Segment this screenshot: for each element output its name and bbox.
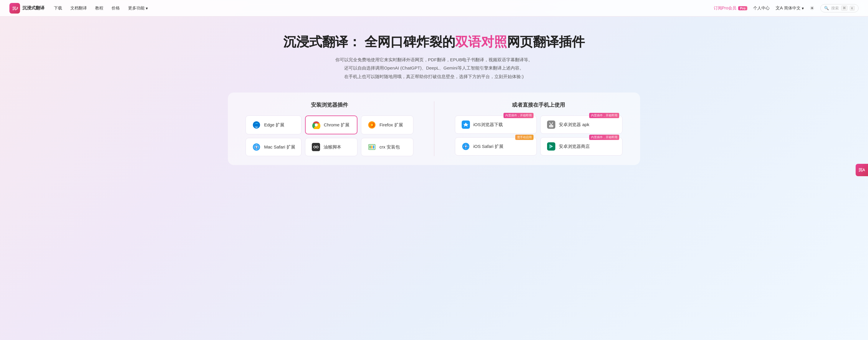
- android-apk-badge: 内置插件，开箱即用: [589, 113, 619, 118]
- ios-browser-label: iOS浏览器下载: [473, 122, 503, 128]
- firefox-extension-button[interactable]: Firefox 扩展: [361, 115, 413, 134]
- tampermonkey-label: 油猴脚本: [323, 144, 341, 150]
- theme-toggle[interactable]: ☀: [810, 5, 814, 11]
- install-divider: [434, 101, 434, 156]
- chrome-icon: [311, 120, 321, 130]
- ios-safari-button[interactable]: 需手动启用 iOS Safari 扩展: [455, 137, 537, 155]
- svg-rect-26: [371, 146, 372, 149]
- lang-chevron-icon: ▾: [802, 6, 804, 10]
- mac-safari-button[interactable]: Mac Safari 扩展: [246, 138, 302, 156]
- crx-button[interactable]: crx 安装包: [361, 138, 413, 156]
- firefox-icon: [367, 120, 377, 130]
- svg-point-8: [370, 124, 373, 126]
- hero-title-prefix: 沉浸式翻译： 全网口碑炸裂的: [283, 34, 455, 49]
- nav-price[interactable]: 价格: [112, 6, 120, 11]
- search-icon: 🔍: [824, 6, 829, 10]
- hero-title-suffix: 网页翻译插件: [507, 34, 585, 49]
- browser-buttons-grid: Edge 扩展 Chrome 扩展: [246, 115, 413, 156]
- kbd-cmd: ⌘: [841, 6, 847, 10]
- tampermonkey-button[interactable]: 油猴脚本: [305, 138, 358, 156]
- edge-extension-button[interactable]: Edge 扩展: [246, 115, 302, 134]
- nav-download[interactable]: 下载: [54, 6, 62, 11]
- kbd-k: K: [850, 6, 855, 10]
- mobile-install-col: 或者直接在手机上使用 内置插件，开箱即用 iOS浏览器下载 内置插件，开箱即: [455, 101, 623, 156]
- ios-browser-button[interactable]: 内置插件，开箱即用 iOS浏览器下载: [455, 115, 537, 134]
- android-apk-label: 安卓浏览器 apk: [559, 122, 589, 128]
- install-section: 安装浏览器插件 Edge 扩展: [228, 92, 640, 165]
- mobile-heading: 或者直接在手机上使用: [455, 101, 623, 108]
- nav-right: 订阅Pro会员 Pro 个人中心 文A 简体中文 ▾ ☀ 🔍 搜索 ⌘ K: [714, 4, 859, 12]
- hero-desc-line2: 还可以自由选择调用OpenAI (ChatGPT)、DeepL、Gemini等人…: [331, 64, 537, 73]
- edge-icon: [252, 120, 261, 130]
- svg-rect-29: [547, 120, 555, 129]
- logo[interactable]: 沉A 沉浸式翻译: [9, 3, 44, 13]
- hero-title: 沉浸式翻译： 全网口碑炸裂的双语对照网页翻译插件: [6, 34, 862, 50]
- ios-safari-badge: 需手动启用: [515, 135, 533, 140]
- nav-links: 下载 文档翻译 教程 价格 更多功能 ▾: [54, 6, 714, 11]
- svg-rect-27: [373, 146, 374, 149]
- edge-label: Edge 扩展: [264, 122, 284, 128]
- hero-section: 沉浸式翻译： 全网口碑炸裂的双语对照网页翻译插件 你可以完全免费地使用它来实时翻…: [0, 17, 868, 177]
- svg-point-5: [315, 124, 317, 126]
- google-play-label: 安卓浏览器商店: [559, 144, 590, 149]
- ios-safari-icon: [461, 142, 470, 151]
- hero-description: 你可以完全免费地使用它来实时翻译外语网页，PDF翻译，EPUB电子书翻译，视频双…: [331, 56, 537, 81]
- hero-title-highlight: 双语对照: [455, 34, 507, 49]
- nav-pro-subscribe[interactable]: 订阅Pro会员 Pro: [714, 6, 747, 11]
- ios-browser-icon: [461, 120, 470, 129]
- firefox-label: Firefox 扩展: [379, 122, 403, 128]
- google-play-button[interactable]: 内置插件，开箱即用 安卓浏览器商店: [540, 137, 622, 155]
- android-apk-button[interactable]: 内置插件，开箱即用 安卓浏览器 apk: [540, 115, 622, 134]
- translate-icon: 文A: [776, 5, 783, 11]
- tampermonkey-icon: [311, 142, 321, 152]
- ios-browser-badge: 内置插件，开箱即用: [503, 113, 533, 118]
- hero-desc-line3: 在手机上也可以随时随地用哦，真正帮助你打破信息壁垒，选择下方的平台，立刻开始体验…: [331, 73, 537, 81]
- nav-user-center[interactable]: 个人中心: [753, 6, 770, 11]
- chrome-extension-button[interactable]: Chrome 扩展: [305, 115, 358, 134]
- hero-desc-line1: 你可以完全免费地使用它来实时翻译外语网页，PDF翻译，EPUB电子书翻译，视频双…: [331, 56, 537, 64]
- chrome-label: Chrome 扩展: [324, 122, 350, 128]
- mobile-buttons-grid: 内置插件，开箱即用 iOS浏览器下载 内置插件，开箱即用: [455, 115, 623, 155]
- search-bar[interactable]: 🔍 搜索 ⌘ K: [820, 4, 859, 12]
- safari-icon: [252, 142, 261, 152]
- crx-icon: [367, 142, 377, 152]
- nav-tutorial[interactable]: 教程: [95, 6, 103, 11]
- svg-text:沉A: 沉A: [12, 6, 18, 10]
- mac-safari-label: Mac Safari 扩展: [264, 144, 295, 150]
- svg-rect-25: [370, 146, 371, 149]
- nav-doc-translate[interactable]: 文档翻译: [70, 6, 87, 11]
- nav-more[interactable]: 更多功能 ▾: [128, 6, 148, 11]
- navbar: 沉A 沉浸式翻译 下载 文档翻译 教程 价格 更多功能 ▾ 订阅Pro会员 Pr…: [0, 0, 868, 17]
- browser-install-col: 安装浏览器插件 Edge 扩展: [246, 101, 413, 156]
- browser-heading: 安装浏览器插件: [246, 101, 413, 108]
- ios-safari-label: iOS Safari 扩展: [473, 144, 504, 149]
- google-play-badge: 内置插件，开箱即用: [589, 135, 619, 140]
- nav-lang-switcher[interactable]: 文A 简体中文 ▾: [776, 5, 804, 11]
- svg-point-21: [314, 146, 315, 148]
- svg-point-22: [316, 146, 318, 148]
- google-play-icon: [547, 142, 556, 151]
- floating-logo-icon: 沉A: [859, 167, 865, 173]
- chevron-down-icon: ▾: [146, 6, 148, 10]
- logo-icon: 沉A: [9, 3, 20, 13]
- floating-action-button[interactable]: 沉A: [856, 164, 868, 176]
- crx-label: crx 安装包: [379, 144, 400, 150]
- android-apk-icon: [547, 120, 556, 129]
- logo-text: 沉浸式翻译: [22, 5, 44, 11]
- pro-badge: Pro: [738, 6, 747, 10]
